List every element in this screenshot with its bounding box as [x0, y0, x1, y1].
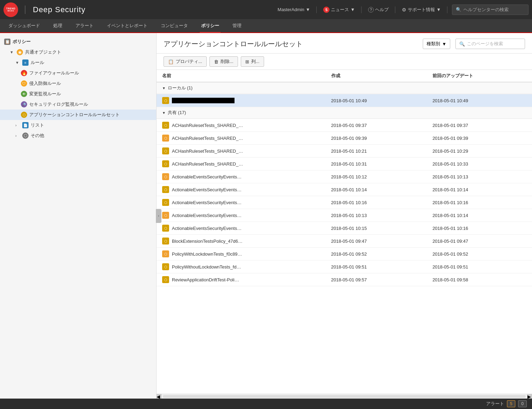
page-search-box[interactable]: 🔍 このページを検索: [455, 39, 525, 49]
zero-count-badge[interactable]: 0: [518, 400, 527, 407]
nav-events[interactable]: イベントとレポート: [105, 19, 149, 32]
sidebar-item-rules[interactable]: ▼ ≡ ルール: [0, 57, 156, 68]
shared-group-toggle[interactable]: ▼: [162, 111, 166, 115]
nav-admin[interactable]: 管理: [231, 19, 243, 32]
table-row[interactable]: ⬡ 2018-05-01 10:49 2018-05-01 10:49: [157, 94, 532, 107]
help-icon: ?: [368, 7, 374, 13]
list-toggle[interactable]: ›: [15, 123, 20, 127]
row-icon: ⬡: [162, 250, 169, 257]
table-row[interactable]: ⬡ ActionableEventsSecurityEvents… 2018-0…: [157, 196, 532, 209]
group-header-local[interactable]: ▼ ローカル (1): [157, 82, 532, 94]
properties-button[interactable]: 📋 プロパティ...: [164, 56, 207, 67]
row-icon: ⬡: [162, 238, 169, 244]
logo-separator: │: [23, 6, 28, 14]
nav-policy[interactable]: ポリシー: [200, 19, 221, 33]
appcontrol-icon: ⬡: [21, 112, 27, 118]
row-name: ActionableEventsSecurityEvents…: [172, 174, 241, 179]
content-header: アプリケーションコントロールルールセット 種類別 ▼ 🔍 このページを検索: [157, 33, 532, 54]
sidebar-item-policy[interactable]: 📋 ポリシー: [0, 37, 156, 47]
cell-updated: 2018-05-01 10:14: [427, 183, 532, 196]
firewall-icon: 🔥: [21, 70, 27, 76]
row-icon: ⬡: [162, 173, 169, 180]
table-row[interactable]: ⬡ ActionableEventsSecurityEvents… 2018-0…: [157, 222, 532, 235]
row-name: ACHashRulesetTests_SHARED_…: [172, 161, 243, 167]
nav-computers[interactable]: コンピュータ: [159, 19, 189, 32]
sidebar-collapse-handle[interactable]: ‹: [156, 209, 161, 223]
h-scroll-track[interactable]: [163, 395, 526, 398]
nav-alerts[interactable]: アラート: [74, 19, 95, 32]
h-scroll-right[interactable]: ▶: [527, 394, 532, 399]
row-icon: ⬡: [162, 135, 169, 142]
row-name: ActionableEventsSecurityEvents…: [172, 213, 241, 218]
table-row[interactable]: ⬡ ActionableEventsSecurityEvents… 2018-0…: [157, 170, 532, 183]
table-row[interactable]: ⬡ ReviewApplicationDriftTest-Poli… 2018-…: [157, 273, 532, 286]
h-scroll-left[interactable]: ◀: [157, 394, 161, 399]
filter-dropdown[interactable]: 種類別 ▼: [423, 39, 450, 49]
policy-icon: 📋: [4, 39, 10, 45]
cell-name: ⬡ ActionableEventsSecurityEvents…: [162, 173, 320, 180]
horizontal-scrollbar[interactable]: ◀ ▶: [157, 394, 532, 399]
row-icon: ⬡: [162, 225, 169, 232]
cell-updated: 2018-05-01 09:47: [427, 235, 532, 248]
local-group-toggle[interactable]: ▼: [162, 86, 166, 90]
support-menu[interactable]: ⚙ サポート情報 ▼: [400, 5, 443, 14]
table-row[interactable]: ⬡ ACHashRulesetTests_SHARED_… 2018-05-01…: [157, 119, 532, 132]
cell-updated: 2018-05-01 10:33: [427, 158, 532, 170]
rules-toggle[interactable]: ▼: [15, 61, 20, 65]
table-row[interactable]: ⬡ ACHashRulesetTests_SHARED_… 2018-05-01…: [157, 158, 532, 170]
row-icon: ⬡: [162, 276, 169, 283]
support-icon: ⚙: [402, 7, 406, 13]
table-row[interactable]: ⬡ BlockExtensionTestsPolicy_47d6… 2018-0…: [157, 235, 532, 248]
columns-icon: ⊞: [245, 59, 249, 64]
alert-count-badge[interactable]: 5: [507, 400, 516, 407]
table-row[interactable]: ⬡ ACHashRulesetTests_SHARED_… 2018-05-01…: [157, 145, 532, 158]
cell-name: ⬡ ACHashRulesetTests_SHARED_…: [162, 122, 320, 129]
cell-created: 2018-05-01 10:49: [326, 94, 427, 107]
content-area: アプリケーションコントロールルールセット 種類別 ▼ 🔍 このページを検索 📋 …: [157, 33, 532, 399]
table-row[interactable]: ⬡ PolicyWithLockdownTests_f0c89… 2018-05…: [157, 248, 532, 260]
news-menu[interactable]: 5 ニュース ▼: [321, 5, 357, 14]
cell-updated: 2018-05-01 09:58: [427, 273, 532, 286]
row-name: PolicyWithLockdownTests_f0c89…: [172, 251, 242, 257]
group-header-shared[interactable]: ▼ 共有 (17): [157, 107, 532, 119]
cell-name: ⬡ ACHashRulesetTests_SHARED_…: [162, 135, 320, 142]
common-objects-toggle[interactable]: ▼: [10, 50, 15, 54]
sidebar-item-common-objects[interactable]: ▼ ◉ 共通オブジェクト: [0, 47, 156, 57]
delete-button[interactable]: 🗑 削除...: [209, 56, 238, 67]
row-name: ActionableEventsSecurityEvents…: [172, 200, 241, 205]
columns-label: 列...: [251, 58, 260, 65]
user-name: MasterAdmin: [278, 7, 304, 12]
other-toggle[interactable]: ›: [15, 134, 20, 138]
sidebar-label-change: 変更監視ルール: [29, 91, 61, 97]
sidebar-item-other[interactable]: › ⬡ その他: [0, 130, 156, 141]
sidebar-item-list[interactable]: › 📄 リスト: [0, 120, 156, 130]
user-menu[interactable]: MasterAdmin ▼: [276, 6, 312, 14]
row-name: ACHashRulesetTests_SHARED_…: [172, 149, 243, 154]
row-name: BlockExtensionTestsPolicy_47d6…: [172, 239, 243, 244]
sidebar-item-change[interactable]: 👁 変更監視ルール: [0, 89, 156, 99]
table-row[interactable]: ⬡ ActionableEventsSecurityEvents… 2018-0…: [157, 183, 532, 196]
table-row[interactable]: ⬡ PolicyWithoutLockdownTests_fd… 2018-05…: [157, 260, 532, 273]
sidebar-item-seclog[interactable]: 🔎 セキュリティログ監視ルール: [0, 99, 156, 110]
sidebar-label-rules: ルール: [31, 59, 44, 66]
table-row[interactable]: ⬡ ACHashRulesetTests_SHARED_… 2018-05-01…: [157, 132, 532, 145]
sidebar-item-appcontrol[interactable]: ⬡ アプリケーションコントロールルールセット: [0, 110, 156, 120]
table-container[interactable]: 名前 作成 前回のアップデート ▼ ローカル (1): [157, 70, 532, 394]
intrusion-icon: 🛡: [21, 80, 27, 87]
cell-updated: 2018-05-01 10:13: [427, 170, 532, 183]
cell-updated: 2018-05-01 10:14: [427, 209, 532, 222]
change-icon: 👁: [21, 91, 27, 97]
delete-icon: 🗑: [214, 59, 219, 64]
logo-area: TREND MICRO │ Deep Security: [3, 2, 86, 17]
nav-process[interactable]: 処理: [52, 19, 64, 32]
row-icon: ⬡: [162, 160, 169, 167]
redacted-name: [172, 98, 235, 103]
sidebar-item-intrusion[interactable]: 🛡 侵入防御ルール: [0, 78, 156, 89]
sidebar-label-common-objects: 共通オブジェクト: [25, 49, 61, 55]
table-row[interactable]: ⬡ ActionableEventsSecurityEvents… 2018-0…: [157, 209, 532, 222]
sidebar-item-firewall[interactable]: 🔥 ファイアウォールルール: [0, 68, 156, 78]
help-search-box[interactable]: 🔍 ヘルプセンターの検索: [452, 5, 529, 15]
nav-dashboard[interactable]: ダッシュボード: [7, 19, 41, 32]
help-menu[interactable]: ? ヘルプ: [366, 5, 391, 14]
columns-button[interactable]: ⊞ 列...: [241, 56, 264, 67]
